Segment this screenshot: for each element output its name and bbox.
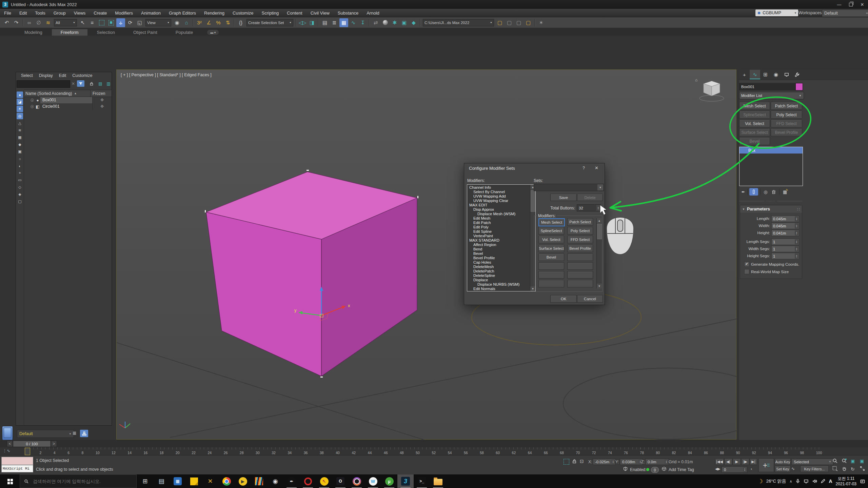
explorer-menu-select[interactable]: Select	[19, 73, 35, 78]
material-editor-icon[interactable]	[381, 18, 390, 27]
configure-modifier-sets-icon[interactable]: ▦✎	[782, 188, 789, 196]
key-step-toggle-icon[interactable]: ◀▶	[715, 467, 720, 471]
modifier-list-item[interactable]: Bevel	[469, 251, 535, 256]
track-bar[interactable]: ⋮∿ 0246810121416182022242628303234363840…	[0, 447, 868, 455]
modifier-list-item[interactable]: Edit Normals	[469, 287, 535, 291]
media-player-icon[interactable]: ▶	[235, 474, 251, 488]
file-explorer-icon[interactable]	[430, 474, 446, 488]
delete-set-button[interactable]: Delete	[577, 194, 603, 201]
object-color-swatch[interactable]	[795, 83, 803, 90]
align-icon[interactable]: ◨	[308, 18, 316, 27]
display-cameras-icon[interactable]: ◎	[17, 113, 23, 119]
display-xrefs-icon[interactable]: ◆	[17, 141, 23, 148]
color-bars-app-icon[interactable]	[251, 474, 267, 488]
adaptive-degradation-icon[interactable]	[623, 467, 628, 471]
scene-explorer-toggle-icon[interactable]: ▤	[320, 18, 329, 27]
ime-indicator[interactable]: A	[829, 479, 832, 484]
clock[interactable]: 오전 1:11 2021-07-03	[836, 476, 856, 487]
display-containers-icon[interactable]: ○	[17, 156, 23, 162]
modifier-stack[interactable]: Box	[739, 147, 803, 186]
modifier-list-item[interactable]: VertexPaint	[469, 234, 535, 238]
select-and-scale-icon[interactable]: ◱	[135, 18, 144, 27]
modifier-set-button-bevel[interactable]: Bevel	[739, 137, 770, 145]
tab-utilities[interactable]	[792, 70, 802, 79]
modifier-list-item[interactable]: Edit Spline	[469, 229, 535, 234]
key-tangent-icon[interactable]: ∿	[791, 466, 795, 471]
play-button[interactable]: ▶	[733, 459, 741, 465]
object-name-field[interactable]: Box001	[739, 83, 796, 90]
layer-manager-icon[interactable]: ≣	[73, 430, 77, 436]
modifier-list-item[interactable]: Channel Info	[469, 185, 535, 190]
tab-create[interactable]: +	[739, 70, 750, 79]
minimize-button[interactable]: —	[833, 0, 845, 8]
o-app-icon[interactable]: O	[332, 474, 349, 488]
modifier-list-item[interactable]: Disp Approx	[469, 207, 535, 212]
isolate-selection-icon[interactable]	[564, 459, 569, 465]
task-view-icon[interactable]: ⊞	[137, 474, 153, 488]
display-groups-icon[interactable]: ▦	[17, 134, 23, 141]
selection-lock-icon[interactable]	[572, 459, 577, 464]
zoom-all-icon[interactable]	[842, 458, 847, 464]
grid-button-poly-select[interactable]: Poly Select	[567, 227, 593, 235]
ring-app-icon[interactable]	[349, 474, 365, 488]
menu-modifiers[interactable]: Modifiers	[111, 9, 137, 17]
clear-search-icon[interactable]: ✕	[70, 80, 77, 87]
object-name[interactable]: Circle001	[40, 103, 92, 110]
display-helpers-icon[interactable]: △	[17, 120, 23, 126]
grid-button-bevel-profile[interactable]: Bevel Profile	[567, 245, 593, 252]
orbit-icon[interactable]: ↻	[851, 466, 855, 472]
render-setup-icon[interactable]: ✱	[390, 18, 399, 27]
display-bones-icon[interactable]: ▣	[17, 148, 23, 155]
modifier-set-button-mesh-select[interactable]: Mesh Select	[739, 102, 770, 110]
grid-button-empty[interactable]	[567, 271, 593, 279]
grid-button-vol-select[interactable]: Vol. Select	[538, 236, 564, 243]
volume-icon[interactable]	[812, 479, 817, 484]
modifier-set-button-patch-select[interactable]: Patch Select	[771, 102, 802, 110]
modifier-list-item[interactable]: DeleteMesh	[469, 265, 535, 269]
window-crossing-icon[interactable]	[107, 18, 116, 27]
frozen-column-header[interactable]: Frozen	[90, 90, 112, 97]
max-app-icon[interactable]: 3	[397, 474, 414, 488]
modifier-list-item[interactable]: Displace Mesh (WSM)	[469, 212, 535, 216]
time-slider-value[interactable]: 0 / 100	[13, 441, 51, 447]
param-field-length-segs[interactable]: 1▴▾	[771, 239, 799, 245]
modifier-list-item[interactable]: Affect Region	[469, 243, 535, 247]
workspace-dropdown[interactable]: Default▼	[822, 9, 868, 17]
grid-button-empty[interactable]	[567, 280, 593, 287]
zoom-icon[interactable]	[832, 458, 838, 464]
menu-customize[interactable]: Customize	[229, 9, 257, 17]
zoom-region-icon[interactable]	[832, 466, 838, 471]
param-field-height-segs[interactable]: 1▴▾	[771, 253, 799, 259]
grid-button-empty[interactable]	[538, 262, 564, 270]
stack-item-box[interactable]: Box	[739, 147, 803, 154]
explorer-menu-edit[interactable]: Edit	[57, 73, 69, 78]
network-icon[interactable]	[804, 479, 809, 484]
display-shapes-icon[interactable]: ◪	[17, 99, 23, 105]
cmd-icon[interactable]: >_	[414, 474, 430, 488]
modifier-set-button-surface-select[interactable]: Surface Select	[739, 128, 770, 136]
name-column-header[interactable]: Name (Sorted Ascending)	[25, 91, 72, 96]
modifier-set-button-bevel-profile[interactable]: Bevel Profile	[771, 128, 802, 136]
ribbon-minimize-icon[interactable]: ▬ ▾	[207, 30, 219, 35]
grid-button-surface-select[interactable]: Surface Select	[538, 245, 564, 252]
modifier-list-item[interactable]: Edit Poly	[469, 225, 535, 229]
viewcube[interactable]: ⌂	[695, 78, 724, 101]
modifier-list-item[interactable]: Bevel Profile	[469, 256, 535, 260]
xsplit-icon[interactable]: ✕	[202, 474, 218, 488]
project-folder-dropdown[interactable]: C:\Users\JI...ds Max 2022▼	[423, 19, 494, 26]
select-by-name-icon[interactable]: ≡	[88, 18, 97, 27]
modifier-list-dropdown[interactable]: Modifier List ▼	[739, 92, 804, 99]
ribbon-toggle-icon[interactable]: ▦	[339, 18, 348, 27]
select-and-rotate-icon[interactable]: ⟳	[126, 18, 135, 27]
schematic-view-icon[interactable]: ↧	[358, 18, 367, 27]
ribbon-tab-object-paint[interactable]: Object Paint	[124, 29, 166, 36]
explorer-row-circle001[interactable]: ☉◧Circle001✥	[24, 103, 112, 110]
tab-display[interactable]	[781, 70, 792, 79]
parameters-rollout-header[interactable]: ▼ Parameters ∷	[740, 205, 802, 213]
tray-expand-icon[interactable]: ∧	[789, 479, 792, 484]
filter-icon[interactable]	[77, 80, 84, 87]
z-coordinate-field[interactable]: 0.0m▴▾	[645, 459, 669, 465]
maximize-viewport-icon[interactable]	[860, 466, 865, 471]
mini-curve-editor-icon[interactable]: ⋮∿	[3, 448, 10, 453]
explorer-search-input[interactable]	[17, 80, 70, 88]
